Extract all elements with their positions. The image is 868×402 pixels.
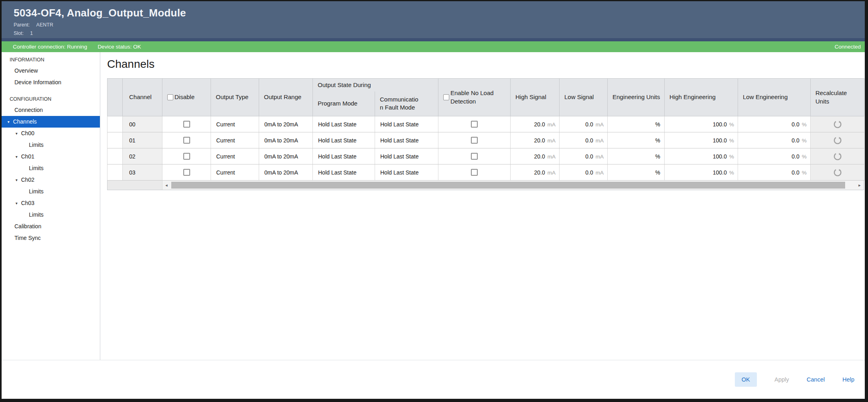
scroll-right-arrow-icon[interactable]: ► [856, 181, 864, 190]
communication-fault-mode-cell[interactable]: Hold Last State [375, 132, 438, 148]
column-header-recalculate-units[interactable]: Recalculate Units [811, 79, 864, 116]
collapse-triangle-icon[interactable]: ▼ [15, 175, 18, 186]
column-header-channel[interactable]: Channel [123, 79, 162, 116]
low-signal-cell[interactable]: 0.0mA [560, 116, 608, 132]
column-header-communication-fault-mode[interactable]: Communication Fault Mode [375, 91, 438, 116]
column-header-high-signal[interactable]: High Signal [511, 79, 560, 116]
row-selector-cell[interactable] [107, 132, 123, 148]
high-engineering-cell[interactable]: 100.0% [665, 164, 738, 181]
column-header-output-type[interactable]: Output Type [211, 79, 259, 116]
module-properties-window: 5034-OF4, Analog_Output_Module Parent:AE… [0, 0, 868, 402]
program-mode-cell[interactable]: Hold Last State [313, 132, 375, 148]
row-selector-cell[interactable] [107, 116, 123, 132]
low-engineering-cell[interactable]: 0.0% [738, 148, 811, 164]
output-type-cell[interactable]: Current [211, 164, 259, 181]
low-signal-cell[interactable]: 0.0mA [560, 164, 608, 181]
collapse-triangle-icon[interactable]: ▼ [15, 198, 18, 209]
high-signal-cell[interactable]: 20.0mA [511, 116, 560, 132]
column-header-disable[interactable]: Disable [162, 79, 211, 116]
output-range-cell[interactable]: 0mA to 20mA [259, 116, 313, 132]
recalculate-icon[interactable] [832, 167, 843, 178]
sidebar-item-ch02[interactable]: ▼Ch02 [2, 174, 100, 186]
high-engineering-cell[interactable]: 100.0% [665, 116, 738, 132]
help-button[interactable]: Help [842, 376, 854, 383]
output-type-cell[interactable]: Current [211, 132, 259, 148]
enable-no-load-checkbox[interactable] [471, 121, 478, 128]
output-range-cell[interactable]: 0mA to 20mA [259, 164, 313, 181]
sidebar-item-ch01-limits[interactable]: Limits [2, 162, 100, 174]
collapse-triangle-icon[interactable]: ▼ [7, 116, 10, 128]
column-header-high-engineering[interactable]: High Engineering [665, 79, 738, 116]
sidebar-item-overview[interactable]: Overview [2, 65, 100, 77]
program-mode-cell[interactable]: Hold Last State [313, 116, 375, 132]
low-engineering-cell[interactable]: 0.0% [738, 116, 811, 132]
sidebar-item-ch02-limits[interactable]: Limits [2, 186, 100, 197]
recalculate-icon[interactable] [832, 119, 843, 130]
high-engineering-cell[interactable]: 100.0% [665, 132, 738, 148]
sidebar-item-ch03[interactable]: ▼Ch03 [2, 197, 100, 209]
low-engineering-cell[interactable]: 0.0% [738, 132, 811, 148]
sidebar-item-ch01[interactable]: ▼Ch01 [2, 151, 100, 162]
communication-fault-mode-cell[interactable]: Hold Last State [375, 164, 438, 181]
ok-button[interactable]: OK [735, 372, 757, 387]
channel-cell: 01 [123, 132, 162, 148]
engineering-units-cell[interactable]: % [608, 132, 665, 148]
column-header-program-mode[interactable]: Program Mode [313, 91, 375, 116]
recalculate-icon[interactable] [832, 135, 843, 146]
high-engineering-cell[interactable]: 100.0% [665, 148, 738, 164]
sidebar-item-time-sync[interactable]: Time Sync [2, 232, 100, 244]
disable-checkbox[interactable] [183, 153, 190, 160]
column-header-engineering-units[interactable]: Engineering Units [608, 79, 665, 116]
recalculate-icon[interactable] [832, 151, 843, 162]
column-header-low-signal[interactable]: Low Signal [560, 79, 608, 116]
disable-all-checkbox[interactable] [167, 94, 173, 100]
collapse-triangle-icon[interactable]: ▼ [15, 151, 18, 163]
sidebar-item-ch00-limits[interactable]: Limits [2, 139, 100, 151]
program-mode-cell[interactable]: Hold Last State [313, 148, 375, 164]
enable-no-load-checkbox[interactable] [471, 153, 478, 160]
apply-button[interactable]: Apply [775, 376, 789, 383]
enable-no-load-checkbox[interactable] [471, 137, 478, 144]
row-selector-cell[interactable] [107, 164, 123, 181]
output-range-cell[interactable]: 0mA to 20mA [259, 132, 313, 148]
cancel-button[interactable]: Cancel [807, 376, 825, 383]
communication-fault-mode-cell[interactable]: Hold Last State [375, 148, 438, 164]
sidebar-item-channels[interactable]: ▼Channels [2, 116, 100, 128]
output-type-cell[interactable]: Current [211, 148, 259, 164]
enable-no-load-checkbox[interactable] [471, 169, 478, 176]
high-signal-cell[interactable]: 20.0mA [511, 132, 560, 148]
row-selector-cell[interactable] [107, 148, 123, 164]
sidebar-item-ch00[interactable]: ▼Ch00 [2, 128, 100, 139]
disable-checkbox[interactable] [183, 137, 190, 144]
scrollbar-thumb[interactable] [171, 182, 845, 189]
low-engineering-cell[interactable]: 0.0% [738, 164, 811, 181]
sidebar-item-ch03-limits[interactable]: Limits [2, 209, 100, 221]
high-signal-cell[interactable]: 20.0mA [511, 148, 560, 164]
output-range-cell[interactable]: 0mA to 20mA [259, 148, 313, 164]
page-title: Channels [107, 58, 865, 71]
sidebar-item-calibration[interactable]: Calibration [2, 221, 100, 232]
disable-checkbox[interactable] [183, 121, 190, 128]
column-header-output-range[interactable]: Output Range [259, 79, 313, 116]
channel-cell: 03 [123, 164, 162, 181]
scroll-left-arrow-icon[interactable]: ◄ [162, 181, 170, 190]
enable-no-load-all-checkbox[interactable] [443, 94, 449, 100]
disable-checkbox[interactable] [183, 169, 190, 176]
low-signal-cell[interactable]: 0.0mA [560, 148, 608, 164]
output-type-cell[interactable]: Current [211, 116, 259, 132]
engineering-units-cell[interactable]: % [608, 116, 665, 132]
communication-fault-mode-cell[interactable]: Hold Last State [375, 116, 438, 132]
program-mode-cell[interactable]: Hold Last State [313, 164, 375, 181]
column-header-enable-no-load-detection[interactable]: Enable No Load Detection [438, 79, 511, 116]
engineering-units-cell[interactable]: % [608, 164, 665, 181]
column-header-low-engineering[interactable]: Low Engineering [738, 79, 811, 116]
low-signal-cell[interactable]: 0.0mA [560, 132, 608, 148]
collapse-triangle-icon[interactable]: ▼ [15, 128, 18, 140]
sidebar-item-connection[interactable]: Connection [2, 104, 100, 116]
category-sidebar: INFORMATION Overview Device Information … [2, 52, 100, 360]
high-signal-cell[interactable]: 20.0mA [511, 164, 560, 181]
horizontal-scrollbar[interactable]: ◄ ► [107, 181, 864, 190]
row-selector-header [107, 79, 123, 116]
engineering-units-cell[interactable]: % [608, 148, 665, 164]
sidebar-item-device-information[interactable]: Device Information [2, 77, 100, 88]
